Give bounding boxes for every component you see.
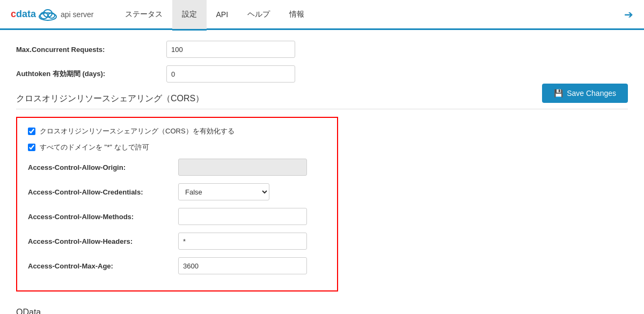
cors-allow-origin-input	[178, 159, 307, 176]
logo-api-server: api server	[61, 10, 93, 19]
cors-allow-headers-input[interactable]	[178, 233, 307, 250]
cors-box: クロスオリジンリソースシェアリング（CORS）を有効化する すべてのドメインを …	[16, 117, 338, 291]
cors-allow-methods-input[interactable]	[178, 208, 307, 225]
authtoken-input[interactable]	[166, 65, 295, 83]
cors-allow-methods-row: Access-Control-Allow-Methods:	[28, 208, 326, 225]
nav-items: ステータス 設定 API ヘルプ 情報	[115, 0, 625, 29]
save-btn-container: 💾 Save Changes	[542, 84, 628, 103]
nav-item-status[interactable]: ステータス	[115, 0, 172, 29]
cors-allow-credentials-row: Access-Control-Allow-Credentials: False …	[28, 183, 326, 200]
cors-max-age-label: Access-Control-Max-Age:	[28, 262, 178, 270]
nav-arrow-icon[interactable]: ➔	[624, 9, 633, 20]
cors-max-age-input[interactable]	[178, 257, 307, 274]
max-concurrent-input[interactable]	[166, 41, 295, 58]
authtoken-label: Authtoken 有効期間 (days):	[16, 69, 166, 79]
cors-enable-label: クロスオリジンリソースシェアリング（CORS）を有効化する	[40, 126, 235, 136]
odata-section-title: OData	[16, 308, 628, 314]
cors-allow-origin-label: Access-Control-Allow-Origin:	[28, 163, 178, 171]
cors-section-title: クロスオリジンリソースシェアリング（CORS）	[16, 93, 628, 109]
cloud-icon	[38, 8, 58, 21]
save-label: Save Changes	[567, 89, 616, 98]
save-icon: 💾	[554, 89, 563, 98]
nav-bar: cdata api server ステータス 設定 API ヘルプ 情報 ➔	[0, 0, 644, 30]
cors-allow-headers-label: Access-Control-Allow-Headers:	[28, 237, 178, 245]
cors-allow-credentials-select[interactable]: False True	[178, 183, 269, 200]
page-container: Max.Concurrent Requests: Authtoken 有効期間 …	[0, 30, 644, 314]
cors-enable-row: クロスオリジンリソースシェアリング（CORS）を有効化する	[28, 126, 326, 136]
save-changes-button[interactable]: 💾 Save Changes	[542, 84, 628, 103]
cors-enable-checkbox[interactable]	[28, 128, 35, 135]
cors-max-age-row: Access-Control-Max-Age:	[28, 257, 326, 274]
cors-allow-methods-label: Access-Control-Allow-Methods:	[28, 213, 178, 221]
cors-allow-all-checkbox[interactable]	[28, 144, 35, 151]
cors-allow-all-row: すべてのドメインを "*" なしで許可	[28, 143, 326, 152]
nav-right: ➔	[624, 8, 633, 21]
max-concurrent-row: Max.Concurrent Requests:	[16, 41, 628, 58]
nav-item-help[interactable]: ヘルプ	[238, 0, 280, 29]
logo-cdata: cdata	[11, 9, 36, 20]
nav-item-settings[interactable]: 設定	[172, 0, 207, 31]
cors-allow-origin-row: Access-Control-Allow-Origin:	[28, 159, 326, 176]
nav-item-info[interactable]: 情報	[280, 0, 314, 29]
cors-allow-credentials-label: Access-Control-Allow-Credentials:	[28, 188, 178, 196]
max-concurrent-label: Max.Concurrent Requests:	[16, 46, 166, 54]
cors-allow-all-label: すべてのドメインを "*" なしで許可	[40, 143, 149, 152]
main-content: Max.Concurrent Requests: Authtoken 有効期間 …	[0, 30, 644, 314]
cors-allow-headers-row: Access-Control-Allow-Headers:	[28, 233, 326, 250]
logo-area: cdata api server	[11, 8, 94, 21]
nav-item-api[interactable]: API	[207, 1, 238, 28]
authtoken-row: Authtoken 有効期間 (days):	[16, 65, 628, 83]
